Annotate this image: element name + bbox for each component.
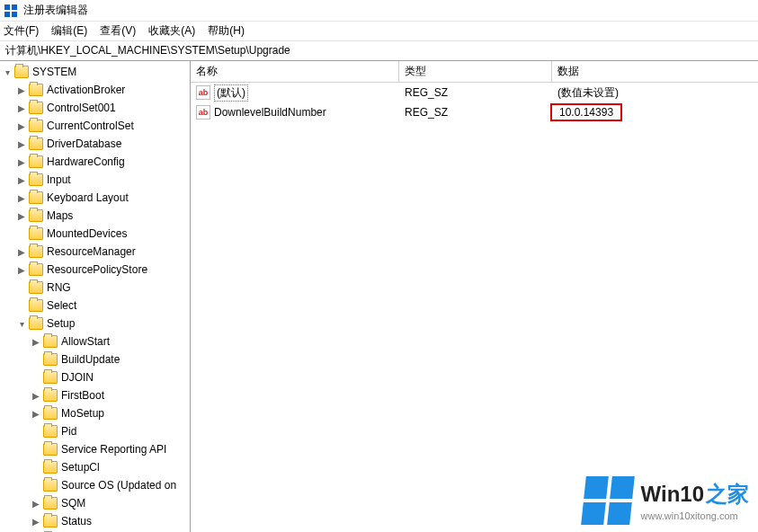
tree-item[interactable]: RNG: [0, 279, 190, 297]
value-row[interactable]: ab(默认)REG_SZ(数值未设置): [191, 83, 758, 102]
tree-item[interactable]: Pid: [0, 422, 190, 440]
folder-icon: [29, 120, 43, 132]
chevron-right-icon[interactable]: ▶: [16, 120, 27, 131]
main-split: ▾SYSTEM▶ActivationBroker▶ControlSet001▶C…: [0, 61, 758, 532]
address-bar[interactable]: 计算机\HKEY_LOCAL_MACHINE\SYSTEM\Setup\Upgr…: [0, 41, 758, 61]
tree-item-label: SQM: [61, 497, 85, 510]
chevron-right-icon[interactable]: ▶: [16, 174, 27, 185]
tree-item[interactable]: ▶AllowStart: [0, 332, 190, 350]
folder-icon: [43, 497, 58, 510]
tree-item[interactable]: ▶Maps: [0, 207, 190, 225]
folder-icon: [43, 515, 58, 528]
tree-item[interactable]: ▾Setup: [0, 315, 190, 332]
tree-item-label: Status: [61, 515, 92, 528]
folder-icon: [29, 155, 43, 168]
tree-item[interactable]: ▶HardwareConfig: [0, 153, 190, 171]
folder-icon: [43, 425, 58, 438]
tree-item-root[interactable]: ▾SYSTEM: [0, 63, 190, 81]
tree-item-label: ControlSet001: [47, 102, 116, 114]
tree-item[interactable]: DJOIN: [0, 368, 190, 386]
address-text: 计算机\HKEY_LOCAL_MACHINE\SYSTEM\Setup\Upgr…: [5, 43, 290, 58]
tree-item-label: ResourceManager: [47, 245, 136, 258]
tree-item[interactable]: ▶CurrentControlSet: [0, 117, 190, 135]
tree-item[interactable]: Source OS (Updated on: [0, 476, 190, 494]
menu-bar: 文件(F) 编辑(E) 查看(V) 收藏夹(A) 帮助(H): [0, 22, 758, 41]
tree-item[interactable]: ▶Keyboard Layout: [0, 189, 190, 207]
tree-item-label: FirstBoot: [61, 389, 104, 402]
app-icon: [4, 4, 18, 18]
folder-icon: [43, 479, 58, 492]
chevron-right-icon[interactable]: ▶: [31, 336, 41, 347]
menu-help[interactable]: 帮助(H): [208, 23, 245, 39]
tree-item[interactable]: ▶Status: [0, 512, 190, 530]
tree-item-label: BuildUpdate: [61, 353, 120, 366]
col-header-data[interactable]: 数据: [552, 61, 758, 82]
chevron-right-icon[interactable]: ▶: [16, 102, 27, 113]
string-value-icon: ab: [196, 105, 210, 120]
chevron-right-icon[interactable]: ▶: [16, 210, 27, 221]
tree-item[interactable]: Select: [0, 297, 190, 315]
folder-icon: [29, 245, 43, 258]
tree-item-label: RNG: [47, 281, 71, 294]
folder-icon: [29, 317, 43, 330]
folder-icon: [43, 371, 58, 384]
chevron-right-icon[interactable]: ▶: [16, 156, 27, 167]
folder-icon: [14, 66, 29, 78]
tree-item-label: Pid: [61, 425, 76, 438]
folder-icon: [29, 281, 43, 294]
tree-item-label: DriverDatabase: [47, 137, 121, 150]
chevron-right-icon[interactable]: ▶: [16, 84, 27, 95]
menu-file[interactable]: 文件(F): [4, 23, 39, 39]
tree-item[interactable]: ▶ActivationBroker: [0, 81, 190, 99]
window-title: 注册表编辑器: [23, 3, 88, 18]
column-headers: 名称 类型 数据: [191, 61, 758, 83]
folder-icon: [43, 461, 58, 474]
tree-item-label: MountedDevices: [47, 227, 127, 240]
col-header-type[interactable]: 类型: [399, 61, 552, 82]
tree-item[interactable]: ▶MoSetup: [0, 404, 190, 422]
tree-item[interactable]: ▶Input: [0, 171, 190, 189]
tree-item-label: ResourcePolicyStore: [47, 263, 147, 276]
chevron-right-icon[interactable]: ▶: [16, 246, 27, 257]
menu-view[interactable]: 查看(V): [100, 23, 136, 39]
chevron-right-icon[interactable]: ▶: [31, 516, 41, 527]
string-value-icon: ab: [196, 85, 210, 100]
chevron-right-icon[interactable]: ▶: [31, 390, 41, 401]
chevron-right-icon[interactable]: ▶: [16, 138, 27, 149]
tree-item[interactable]: MountedDevices: [0, 225, 190, 243]
values-pane[interactable]: 名称 类型 数据 ab(默认)REG_SZ(数值未设置)abDownlevelB…: [191, 61, 758, 532]
chevron-right-icon[interactable]: ▶: [31, 498, 41, 509]
folder-icon: [43, 443, 58, 456]
tree-item[interactable]: BuildUpdate: [0, 350, 190, 368]
tree-item[interactable]: ▶DriverDatabase: [0, 135, 190, 153]
tree-item-label: Keyboard Layout: [47, 191, 129, 204]
col-header-name[interactable]: 名称: [191, 61, 399, 82]
chevron-right-icon[interactable]: ▶: [31, 408, 41, 419]
tree-item-label: HardwareConfig: [47, 155, 125, 168]
folder-icon: [29, 191, 43, 204]
menu-edit[interactable]: 编辑(E): [51, 23, 87, 39]
tree-item[interactable]: Service Reporting API: [0, 440, 190, 458]
tree-item-label: MoSetup: [61, 407, 104, 420]
tree-item[interactable]: ▶ControlSet001: [0, 99, 190, 117]
value-type-cell: REG_SZ: [399, 106, 552, 119]
tree-item-label: DJOIN: [61, 371, 94, 384]
chevron-right-icon[interactable]: ▶: [16, 192, 27, 203]
menu-favorites[interactable]: 收藏夹(A): [148, 23, 195, 39]
tree-item-label: Setup: [47, 317, 75, 330]
tree-item[interactable]: ▶ResourcePolicyStore: [0, 261, 190, 279]
tree-item-label: ActivationBroker: [47, 84, 125, 96]
tree-item[interactable]: ▶FirstBoot: [0, 386, 190, 404]
value-row[interactable]: abDownlevelBuildNumberREG_SZ10.0.14393: [191, 102, 758, 122]
chevron-down-icon[interactable]: ▾: [16, 318, 27, 329]
tree-item[interactable]: ▶ResourceManager: [0, 243, 190, 261]
tree-item[interactable]: ▶SQM: [0, 494, 190, 512]
tree-item-label: SetupCl: [61, 461, 100, 474]
chevron-down-icon[interactable]: ▾: [2, 66, 13, 77]
tree-pane[interactable]: ▾SYSTEM▶ActivationBroker▶ControlSet001▶C…: [0, 61, 191, 532]
folder-icon: [43, 407, 58, 420]
tree-item-label: SYSTEM: [32, 66, 76, 78]
tree-item-label: Maps: [47, 209, 73, 222]
tree-item[interactable]: SetupCl: [0, 458, 190, 476]
chevron-right-icon[interactable]: ▶: [16, 264, 27, 275]
